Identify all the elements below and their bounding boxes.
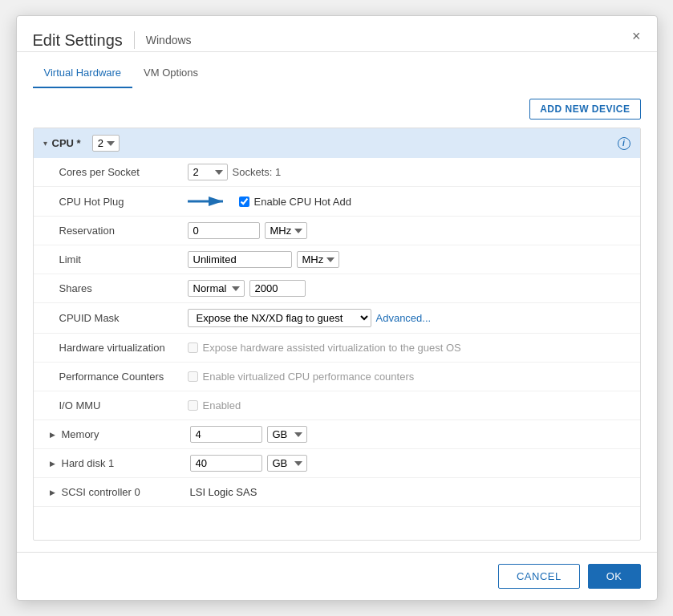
io-mmu-checkbox-label: Enabled (188, 399, 241, 411)
reservation-value: MHz GHz (188, 222, 630, 239)
cpu-count-select[interactable]: 2 4 8 (92, 135, 120, 152)
limit-unit-select[interactable]: MHz GHz (297, 251, 339, 268)
cpu-hot-plug-arrow (188, 192, 228, 210)
cores-per-socket-select[interactable]: 2 4 (188, 164, 228, 180)
cpu-section-header[interactable]: ▾ CPU * 2 4 8 i (34, 128, 640, 158)
io-mmu-row: I/O MMU Enabled (34, 391, 640, 420)
cpuid-mask-value: Expose the NX/XD flag to guest Advanced.… (188, 309, 630, 327)
dialog-title: Edit Settings (33, 31, 123, 50)
cores-per-socket-value: 2 4 Sockets: 1 (188, 164, 630, 180)
hardware-virtualization-label: Hardware virtualization (59, 342, 188, 354)
tab-virtual-hardware[interactable]: Virtual Hardware (33, 60, 133, 88)
cpu-hot-plug-row: CPU Hot Plug Enable CPU Hot Add (34, 187, 640, 217)
memory-section-row[interactable]: ▶ Memory GB MB (34, 420, 640, 449)
dialog-title-divider (134, 31, 135, 49)
scsi-section-value: LSI Logic SAS (190, 486, 630, 498)
hardware-virtualization-row: Hardware virtualization Expose hardware … (34, 334, 640, 363)
dialog-footer: CANCEL OK (17, 552, 657, 600)
cpuid-mask-advanced-link[interactable]: Advanced... (376, 312, 432, 324)
shares-row: Shares Normal Low High Custom (34, 274, 640, 303)
toolbar: ADD NEW DEVICE (33, 99, 641, 120)
reservation-unit-select[interactable]: MHz GHz (265, 222, 307, 239)
cpu-value-wrap: 2 4 8 (92, 135, 120, 152)
performance-counters-value: Enable virtualized CPU performance count… (188, 371, 630, 383)
io-mmu-value: Enabled (188, 399, 630, 411)
io-mmu-label: I/O MMU (59, 399, 188, 411)
ok-button[interactable]: OK (588, 564, 641, 589)
hard-disk-unit-select[interactable]: GB MB (267, 455, 307, 472)
tab-vm-options[interactable]: VM Options (132, 60, 209, 88)
enable-cpu-hot-add-checkbox[interactable] (239, 197, 249, 207)
dialog-header: Edit Settings Windows × (17, 16, 657, 52)
cpuid-mask-select[interactable]: Expose the NX/XD flag to guest (188, 309, 371, 327)
cpu-collapse-arrow: ▾ (43, 139, 47, 148)
add-device-button[interactable]: ADD NEW DEVICE (529, 99, 640, 120)
limit-value: MHz GHz (188, 251, 630, 268)
performance-counters-label: Performance Counters (59, 371, 188, 383)
scsi-collapse-icon: ▶ (50, 488, 55, 496)
cpu-hot-plug-value: Enable CPU Hot Add (188, 192, 630, 210)
shares-select[interactable]: Normal Low High Custom (188, 280, 245, 297)
hard-disk-section-value: GB MB (190, 455, 630, 472)
performance-counters-row: Performance Counters Enable virtualized … (34, 363, 640, 391)
cores-per-socket-row: Cores per Socket 2 4 Sockets: 1 (34, 158, 640, 187)
shares-value-wrap: Normal Low High Custom (188, 280, 630, 297)
cores-per-socket-label: Cores per Socket (59, 166, 188, 178)
dialog-subtitle: Windows (146, 34, 192, 47)
hw-virt-checkbox-label: Expose hardware assisted virtualization … (188, 342, 461, 354)
settings-panel: ▾ CPU * 2 4 8 i Cores per Socket (33, 128, 641, 541)
memory-collapse-icon: ▶ (50, 431, 55, 439)
cpu-section-title: CPU * (52, 137, 81, 149)
cancel-button[interactable]: CANCEL (498, 564, 580, 589)
perf-counters-checkbox[interactable] (188, 371, 198, 382)
limit-label: Limit (59, 253, 188, 265)
scsi-section-row[interactable]: ▶ SCSI controller 0 LSI Logic SAS (34, 478, 640, 507)
cpuid-mask-label: CPUID Mask (59, 312, 188, 324)
memory-section-label: Memory (62, 428, 190, 440)
limit-row: Limit MHz GHz (34, 245, 640, 274)
hard-disk-section-row[interactable]: ▶ Hard disk 1 GB MB (34, 449, 640, 478)
hw-virt-checkbox[interactable] (188, 342, 198, 353)
hard-disk-collapse-icon: ▶ (50, 460, 55, 468)
memory-input[interactable] (190, 426, 262, 443)
enable-cpu-hot-add-label[interactable]: Enable CPU Hot Add (239, 196, 351, 208)
hard-disk-input[interactable] (190, 455, 262, 472)
sockets-label: Sockets: 1 (233, 166, 282, 178)
shares-label: Shares (59, 282, 188, 294)
cpu-info-icon[interactable]: i (618, 137, 630, 150)
cpuid-mask-row: CPUID Mask Expose the NX/XD flag to gues… (34, 303, 640, 334)
io-mmu-checkbox[interactable] (188, 400, 198, 411)
edit-settings-dialog: Edit Settings Windows × Virtual Hardware… (16, 15, 658, 601)
memory-unit-select[interactable]: GB MB (267, 426, 307, 443)
scsi-value-text: LSI Logic SAS (190, 486, 257, 498)
tabs-container: Virtual Hardware VM Options (17, 60, 657, 87)
scsi-section-label: SCSI controller 0 (62, 486, 190, 498)
hard-disk-section-label: Hard disk 1 (62, 457, 190, 469)
limit-input[interactable] (188, 251, 292, 268)
cpu-hot-plug-label: CPU Hot Plug (59, 196, 188, 208)
perf-counters-checkbox-label: Enable virtualized CPU performance count… (188, 371, 415, 383)
reservation-input[interactable] (188, 222, 260, 239)
memory-section-value: GB MB (190, 426, 630, 443)
reservation-row: Reservation MHz GHz (34, 217, 640, 245)
hardware-virtualization-value: Expose hardware assisted virtualization … (188, 342, 630, 354)
dialog-close-button[interactable]: × (632, 29, 641, 51)
shares-input[interactable] (249, 280, 306, 297)
dialog-body: ADD NEW DEVICE ▾ CPU * 2 4 8 i (17, 87, 657, 552)
reservation-label: Reservation (59, 225, 188, 237)
